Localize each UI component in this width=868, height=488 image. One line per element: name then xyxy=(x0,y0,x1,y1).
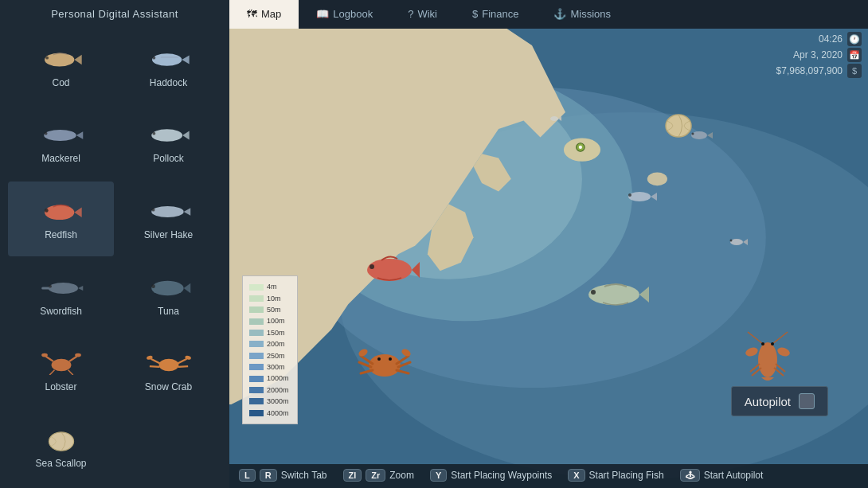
fish-label-cod: Cod xyxy=(52,77,69,88)
date-row: Apr 3, 2020 📅 xyxy=(793,48,862,62)
control-action-4: Start Autopilot xyxy=(704,470,764,481)
fish-icon-sea-scallop xyxy=(36,426,87,455)
main-area: 🗺Map📖Logbook?Wiki$Finance⚓Missions 04:26… xyxy=(229,0,868,488)
depth-color-swatch xyxy=(249,306,264,313)
time-value: 04:26 xyxy=(819,33,843,45)
svg-point-3 xyxy=(152,57,155,60)
depth-color-swatch xyxy=(249,410,264,416)
svg-line-26 xyxy=(151,359,160,364)
top-nav: 🗺Map📖Logbook?Wiki$Finance⚓Missions xyxy=(229,0,868,29)
money-icon: $ xyxy=(847,64,862,78)
fish-item-lobster[interactable]: Lobster xyxy=(8,334,114,409)
control-item-2: YStart Placing Waypoints xyxy=(430,469,552,482)
date-value: Apr 3, 2020 xyxy=(793,49,843,61)
depth-label: 200m xyxy=(267,338,285,349)
hud: 04:26 🕐 Apr 3, 2020 📅 $7,968,097,900 $ xyxy=(776,32,862,78)
fish-item-mackerel[interactable]: Mackerel xyxy=(8,106,114,181)
fish-icon-lobster xyxy=(36,349,87,378)
svg-point-7 xyxy=(151,130,182,142)
sidebar-title: Personal Digital Assistant xyxy=(0,0,229,26)
depth-color-swatch xyxy=(249,341,264,347)
autopilot-toggle[interactable] xyxy=(799,393,815,409)
svg-point-41 xyxy=(579,146,582,149)
depth-label: 4000m xyxy=(267,408,289,419)
nav-tab-logbook[interactable]: 📖Logbook xyxy=(299,0,390,29)
key-zr: Zr xyxy=(366,469,385,482)
tab-label-map: Map xyxy=(261,8,281,20)
fish-label-lobster: Lobster xyxy=(45,381,76,392)
map-area[interactable]: 4m10m50m100m150m200m250m300m1000m2000m30… xyxy=(229,29,868,488)
key-r: R xyxy=(260,469,277,482)
svg-point-10 xyxy=(45,209,49,213)
svg-line-27 xyxy=(149,367,158,368)
depth-entry-100m: 100m xyxy=(249,315,291,326)
svg-point-15 xyxy=(49,285,52,288)
control-action-0: Switch Tab xyxy=(281,470,327,481)
depth-entry-2000m: 2000m xyxy=(249,385,291,396)
svg-line-20 xyxy=(69,357,76,361)
depth-label: 10m xyxy=(267,293,281,304)
svg-point-21 xyxy=(41,353,48,357)
control-item-3: XStart Placing Fish xyxy=(568,469,663,482)
fish-item-sea-scallop[interactable]: Sea Scallop xyxy=(8,410,114,485)
nav-tab-map[interactable]: 🗺Map xyxy=(229,0,299,29)
fish-icon-snow-crab xyxy=(143,349,194,378)
svg-point-11 xyxy=(151,206,183,217)
svg-point-9 xyxy=(45,205,74,221)
depth-entry-200m: 200m xyxy=(249,338,291,349)
fish-item-tuna[interactable]: Tuna xyxy=(115,258,221,333)
fish-grid: Cod Haddock Mackerel Pollock Redfish Sil… xyxy=(0,26,229,488)
tab-label-finance: Finance xyxy=(482,8,518,20)
money-row: $7,968,097,900 $ xyxy=(776,64,862,78)
fish-icon-tuna xyxy=(143,274,194,303)
depth-entry-300m: 300m xyxy=(249,361,291,373)
fish-item-cod[interactable]: Cod xyxy=(8,29,114,104)
fish-item-snow-crab[interactable]: Snow Crab xyxy=(115,334,221,409)
svg-line-29 xyxy=(178,367,187,368)
calendar-icon: 📅 xyxy=(847,48,862,62)
fish-label-sea-scallop: Sea Scallop xyxy=(35,458,86,469)
time-row: 04:26 🕐 xyxy=(819,32,862,46)
tab-label-wiki: Wiki xyxy=(417,8,437,20)
svg-line-23 xyxy=(49,370,54,375)
key-x: X xyxy=(568,469,585,482)
fish-icon-redfish xyxy=(36,197,87,226)
depth-color-swatch xyxy=(249,376,264,382)
svg-point-0 xyxy=(45,53,74,66)
nav-tab-finance[interactable]: $Finance xyxy=(455,0,536,29)
nav-tab-missions[interactable]: ⚓Missions xyxy=(536,0,628,29)
fish-item-silver-hake[interactable]: Silver Hake xyxy=(115,182,221,256)
depth-color-swatch xyxy=(249,398,264,404)
fish-icon-cod xyxy=(36,45,87,74)
control-item-0: LRSwitch Tab xyxy=(239,469,327,482)
fish-item-redfish[interactable]: Redfish xyxy=(8,182,114,256)
svg-point-6 xyxy=(44,132,47,135)
key-l: L xyxy=(239,469,256,482)
fish-icon-silver-hake xyxy=(143,197,194,226)
clock-icon: 🕐 xyxy=(847,32,862,46)
depth-entry-1000m: 1000m xyxy=(249,373,291,384)
tab-label-missions: Missions xyxy=(570,8,611,20)
fish-icon-swordfish xyxy=(36,274,87,303)
fish-item-haddock[interactable]: Haddock xyxy=(115,29,221,104)
fish-item-swordfish[interactable]: Swordfish xyxy=(8,258,114,333)
tab-label-logbook: Logbook xyxy=(333,8,373,20)
fish-label-pollock: Pollock xyxy=(153,153,184,164)
depth-color-swatch xyxy=(249,318,264,325)
fish-label-swordfish: Swordfish xyxy=(40,306,82,317)
fish-label-haddock: Haddock xyxy=(150,77,187,88)
nav-tab-wiki[interactable]: ?Wiki xyxy=(390,0,455,29)
autopilot-label: Autopilot xyxy=(745,395,791,408)
depth-label: 2000m xyxy=(267,385,289,396)
fish-item-pollock[interactable]: Pollock xyxy=(115,106,221,181)
fish-icon-haddock xyxy=(143,45,194,74)
depth-color-swatch xyxy=(249,353,264,359)
fish-label-tuna: Tuna xyxy=(158,306,179,317)
fish-icon-pollock xyxy=(143,121,194,150)
autopilot-box[interactable]: Autopilot xyxy=(731,386,828,416)
svg-point-5 xyxy=(44,130,76,141)
money-value: $7,968,097,900 xyxy=(776,65,843,76)
key-y: Y xyxy=(430,469,447,482)
key-zl: Zl xyxy=(343,469,362,482)
control-item-4: 🕹Start Autopilot xyxy=(680,469,764,482)
